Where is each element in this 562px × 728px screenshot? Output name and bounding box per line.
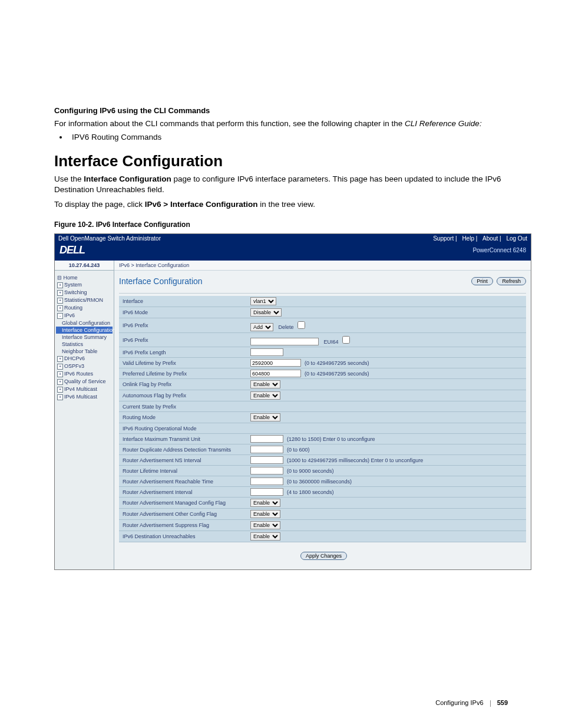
text-input[interactable] bbox=[250, 348, 283, 356]
table-row: Current State by Prefix bbox=[119, 401, 526, 412]
text-input[interactable] bbox=[250, 488, 283, 496]
table-row: IPv6 PrefixAdd Delete bbox=[119, 318, 526, 332]
select-input[interactable]: Enable bbox=[250, 521, 280, 529]
table-row: Valid Lifetime by Prefix(0 to 4294967295… bbox=[119, 358, 526, 368]
select-input[interactable]: Enable bbox=[250, 510, 280, 518]
tree-item[interactable]: ⊟ Home bbox=[56, 274, 113, 281]
page-number: 559 bbox=[497, 699, 508, 706]
table-row: Router Duplicate Address Detection Trans… bbox=[119, 444, 526, 455]
tree-item[interactable]: -IPv6 bbox=[56, 312, 113, 319]
text-input[interactable] bbox=[250, 446, 283, 453]
table-row: IPv6 Routing Operational Mode bbox=[119, 423, 526, 434]
link-logout[interactable]: Log Out bbox=[506, 235, 527, 242]
text-input[interactable] bbox=[250, 370, 301, 377]
tree-item-label: System bbox=[64, 282, 82, 288]
text-input[interactable] bbox=[250, 477, 283, 485]
field-value: (0 to 9000 seconds) bbox=[247, 466, 526, 476]
crumb-sep: > bbox=[130, 262, 135, 268]
field-value: Enable bbox=[247, 531, 526, 542]
field-label: Preferred Lifetime by Prefix bbox=[119, 368, 247, 379]
apply-changes-button[interactable]: Apply Changes bbox=[300, 552, 347, 560]
tree-item[interactable]: +Quality of Service bbox=[56, 378, 113, 386]
select-input[interactable]: Enable bbox=[250, 380, 280, 388]
tree-item[interactable]: +IPv6 Multicast bbox=[56, 393, 113, 401]
field-value: (0 to 4294967295 seconds) bbox=[247, 358, 526, 368]
logo-bar: DELL PowerConnect 6248 bbox=[55, 243, 531, 261]
field-value: Enable bbox=[247, 509, 526, 520]
expand-icon[interactable]: + bbox=[57, 290, 63, 296]
tree-item[interactable]: +OSPFv3 bbox=[56, 363, 113, 370]
model-label: PowerConnect 6248 bbox=[472, 247, 526, 253]
select-input[interactable]: Enable bbox=[250, 532, 280, 541]
tree-item[interactable]: Global Configuration bbox=[56, 319, 113, 327]
tree-item[interactable]: +System bbox=[56, 281, 113, 289]
eui64-checkbox[interactable] bbox=[342, 336, 350, 344]
text-input[interactable] bbox=[250, 456, 283, 464]
app-title: Dell OpenManage Switch Administrator bbox=[58, 235, 161, 242]
link-about[interactable]: About bbox=[482, 235, 498, 242]
select-input[interactable]: Enable bbox=[250, 499, 280, 507]
collapse-icon[interactable]: - bbox=[57, 313, 63, 319]
delete-checkbox[interactable] bbox=[297, 321, 305, 329]
field-label: Current State by Prefix bbox=[119, 401, 247, 412]
select-input[interactable]: Add bbox=[250, 323, 273, 331]
link-support[interactable]: Support bbox=[433, 235, 454, 242]
tree-item-label: Neighbor Table bbox=[62, 348, 97, 354]
text-input[interactable] bbox=[250, 435, 283, 443]
field-label: IPv6 Prefix Length bbox=[119, 347, 247, 358]
field-label: Onlink Flag by Prefix bbox=[119, 379, 247, 390]
tree-item[interactable]: +DHCPv6 bbox=[56, 355, 113, 363]
field-label: Router Lifetime Interval bbox=[119, 466, 247, 476]
select-input[interactable]: Enable bbox=[250, 413, 280, 421]
table-row: Onlink Flag by PrefixEnable bbox=[119, 379, 526, 390]
expand-icon[interactable]: + bbox=[57, 387, 63, 393]
hint-text: (0 to 600) bbox=[283, 447, 310, 453]
crumb-a[interactable]: IPv6 bbox=[119, 262, 130, 268]
para1-a: Use the bbox=[54, 174, 84, 183]
tree-item[interactable]: Neighbor Table bbox=[56, 348, 113, 355]
table-row: Interfacevlan1 bbox=[119, 296, 526, 307]
print-button[interactable]: Print bbox=[471, 277, 493, 285]
section-heading: Interface Configuration bbox=[54, 152, 508, 170]
table-row: Router Advertisement Reachable Time(0 to… bbox=[119, 476, 526, 487]
field-value: (0 to 3600000 milliseconds) bbox=[247, 476, 526, 487]
tree-item[interactable]: +IPv4 Multicast bbox=[56, 386, 113, 393]
expand-icon[interactable]: + bbox=[57, 394, 63, 400]
text-input[interactable] bbox=[250, 467, 283, 475]
tree-item[interactable]: +Statistics/RMON bbox=[56, 297, 113, 304]
refresh-button[interactable]: Refresh bbox=[497, 277, 526, 285]
select-input[interactable]: Enable bbox=[250, 391, 280, 400]
tree-item[interactable]: Interface Configuration bbox=[56, 327, 113, 334]
tree-item[interactable]: +Routing bbox=[56, 304, 113, 312]
field-label: Router Advertisement Interval bbox=[119, 487, 247, 498]
expand-icon[interactable]: + bbox=[57, 282, 63, 288]
select-input[interactable]: Disable bbox=[250, 308, 282, 317]
field-value: Enable bbox=[247, 498, 526, 509]
tree-item[interactable]: +Switching bbox=[56, 289, 113, 297]
expand-icon[interactable]: + bbox=[57, 379, 63, 385]
heading-cli: Configuring IPv6 using the CLI Commands bbox=[54, 106, 508, 115]
tree-item-label: IPv4 Multicast bbox=[64, 386, 97, 392]
tree-item[interactable]: Interface Summary bbox=[56, 334, 113, 341]
expand-icon[interactable]: + bbox=[57, 371, 63, 377]
table-row: Interface Maximum Transmit Unit(1280 to … bbox=[119, 434, 526, 444]
tree-item[interactable]: +IPv6 Routes bbox=[56, 370, 113, 378]
hint-text: (1000 to 4294967295 milliseconds) Enter … bbox=[283, 457, 423, 463]
field-value: (0 to 4294967295 seconds) bbox=[247, 368, 526, 379]
para2-a: To display the page, click bbox=[54, 200, 145, 209]
tree-item-label: OSPFv3 bbox=[64, 363, 84, 369]
tree-item-label: Switching bbox=[64, 289, 87, 295]
expand-icon[interactable]: + bbox=[57, 356, 63, 362]
tree-item-label: Interface Configuration bbox=[62, 327, 115, 333]
link-help[interactable]: Help bbox=[462, 235, 474, 242]
expand-icon[interactable]: + bbox=[57, 298, 63, 304]
select-input[interactable]: vlan1 bbox=[250, 297, 276, 305]
field-value bbox=[247, 401, 526, 412]
hint-text: (0 to 3600000 milliseconds) bbox=[283, 479, 352, 485]
text-input[interactable] bbox=[250, 338, 319, 345]
tree-item[interactable]: Statistics bbox=[56, 341, 113, 348]
footer-label: Configuring IPv6 bbox=[435, 699, 483, 706]
text-input[interactable] bbox=[250, 359, 301, 367]
expand-icon[interactable]: + bbox=[57, 364, 63, 370]
expand-icon[interactable]: + bbox=[57, 305, 63, 311]
